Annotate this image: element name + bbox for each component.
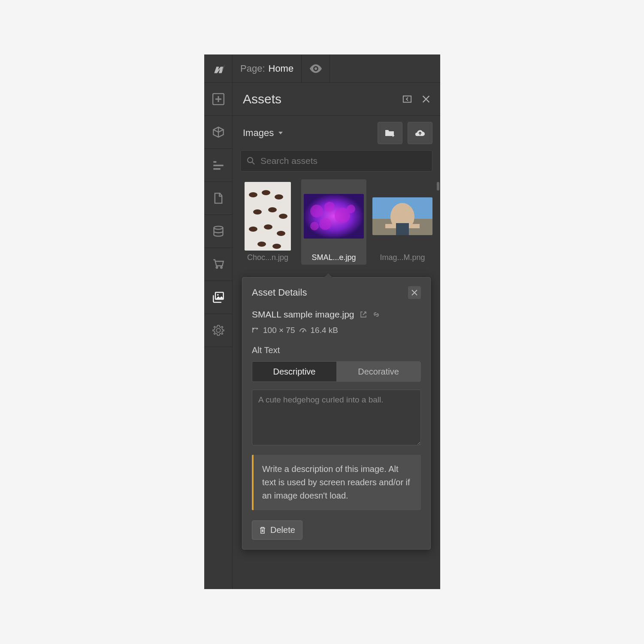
plus-box-icon xyxy=(212,93,224,105)
filename-row: SMALL sample image.jpg xyxy=(252,309,421,320)
svg-point-22 xyxy=(310,205,323,218)
svg-rect-2 xyxy=(213,165,223,166)
svg-point-27 xyxy=(310,222,319,230)
ecommerce-button[interactable] xyxy=(204,248,232,281)
navigator-icon xyxy=(212,159,224,171)
svg-point-13 xyxy=(253,209,262,215)
asset-meta: 100 × 75 16.4 kB xyxy=(252,326,421,335)
svg-point-17 xyxy=(264,224,272,230)
decorative-toggle[interactable]: Decorative xyxy=(336,362,420,381)
dimensions-icon xyxy=(252,327,259,333)
preview-button[interactable] xyxy=(302,54,330,82)
add-element-button[interactable] xyxy=(204,83,232,116)
folder-plus-icon xyxy=(384,128,396,138)
left-sidebar xyxy=(204,83,233,589)
scrollbar[interactable] xyxy=(437,182,439,190)
svg-rect-1 xyxy=(213,161,216,163)
page-name: Home xyxy=(269,63,294,74)
alt-text-input[interactable] xyxy=(252,390,421,445)
svg-rect-33 xyxy=(409,224,420,228)
descriptive-toggle[interactable]: Descriptive xyxy=(252,362,336,381)
asset-thumbnail[interactable]: Imag...M.png xyxy=(370,179,435,265)
svg-point-26 xyxy=(347,205,355,213)
settings-button[interactable] xyxy=(204,314,232,347)
asset-filesize: 16.4 kB xyxy=(311,326,338,335)
asset-type-dropdown[interactable]: Images xyxy=(243,127,372,139)
asset-filename-full: SMALL sample image.jpg xyxy=(252,309,354,320)
alt-text-toggle: Descriptive Decorative xyxy=(252,361,421,382)
delete-label: Delete xyxy=(270,525,295,535)
asset-details-title: Asset Details xyxy=(252,287,408,298)
asset-details-popover: Asset Details SMALL sample image.jpg 100… xyxy=(242,277,431,550)
page-label: Page: xyxy=(240,63,265,74)
svg-rect-3 xyxy=(213,168,220,170)
eye-icon xyxy=(310,64,322,73)
upload-button[interactable] xyxy=(408,122,432,144)
svg-point-20 xyxy=(272,244,281,249)
filesize-icon xyxy=(299,327,306,333)
svg-point-14 xyxy=(268,207,277,212)
asset-filename: SMAL...e.jpg xyxy=(311,253,356,262)
asset-type-label: Images xyxy=(243,127,274,139)
symbols-button[interactable] xyxy=(204,116,232,149)
webflow-logo[interactable] xyxy=(204,54,233,82)
close-details-button[interactable] xyxy=(408,286,421,299)
svg-rect-31 xyxy=(396,223,409,235)
svg-rect-32 xyxy=(385,224,396,228)
page-selector[interactable]: Page: Home xyxy=(233,54,302,82)
trash-icon xyxy=(259,526,266,534)
alt-text-label: Alt Text xyxy=(252,345,421,355)
navigator-button[interactable] xyxy=(204,149,232,182)
external-link-icon[interactable] xyxy=(360,311,367,318)
asset-thumbnail[interactable]: Choc...n.jpg xyxy=(238,179,298,265)
images-icon xyxy=(212,291,224,303)
svg-rect-7 xyxy=(403,96,411,103)
chevron-down-icon xyxy=(278,131,283,135)
asset-filename: Choc...n.jpg xyxy=(247,253,288,262)
svg-point-23 xyxy=(324,202,335,212)
link-icon[interactable] xyxy=(372,311,380,318)
thumbnail-image xyxy=(304,194,364,239)
asset-filename: Imag...M.png xyxy=(380,253,425,262)
thumbnail-image xyxy=(245,182,291,251)
asset-grid: Choc...n.jpg SMAL...e.jpg xyxy=(233,179,440,589)
assets-button[interactable] xyxy=(204,281,232,314)
close-panel-icon[interactable] xyxy=(421,94,431,104)
svg-point-8 xyxy=(248,157,253,163)
cms-button[interactable] xyxy=(204,215,232,248)
cube-icon xyxy=(212,126,224,138)
svg-point-25 xyxy=(319,218,331,230)
topbar: Page: Home xyxy=(204,54,440,83)
app-frame: Page: Home xyxy=(204,54,440,589)
collapse-panel-icon[interactable] xyxy=(402,94,412,104)
svg-point-6 xyxy=(217,294,219,296)
delete-asset-button[interactable]: Delete xyxy=(252,520,302,540)
alt-text-hint: Write a description of this image. Alt t… xyxy=(252,455,421,510)
svg-point-4 xyxy=(214,226,223,229)
svg-point-11 xyxy=(262,190,270,195)
gear-icon xyxy=(212,324,224,336)
database-icon xyxy=(212,225,224,237)
svg-point-34 xyxy=(302,331,303,333)
search-icon xyxy=(247,157,255,165)
cart-icon xyxy=(212,258,224,270)
filter-row: Images xyxy=(233,116,440,150)
page-icon xyxy=(212,192,224,204)
svg-point-15 xyxy=(279,214,287,219)
main: Assets Images xyxy=(204,83,440,589)
pages-button[interactable] xyxy=(204,182,232,215)
close-icon xyxy=(411,290,417,296)
asset-thumbnail[interactable]: SMAL...e.jpg xyxy=(301,179,366,265)
svg-point-19 xyxy=(257,242,266,247)
svg-point-10 xyxy=(249,192,257,197)
new-folder-button[interactable] xyxy=(378,122,402,144)
panel-header: Assets xyxy=(233,83,440,116)
search-assets-field[interactable] xyxy=(240,150,432,172)
asset-dimensions: 100 × 75 xyxy=(263,326,295,335)
search-input[interactable] xyxy=(260,156,426,166)
svg-point-18 xyxy=(277,231,285,236)
assets-panel: Assets Images xyxy=(233,83,440,589)
svg-point-16 xyxy=(249,227,257,232)
svg-point-12 xyxy=(275,194,283,200)
thumbnail-image xyxy=(372,197,432,235)
